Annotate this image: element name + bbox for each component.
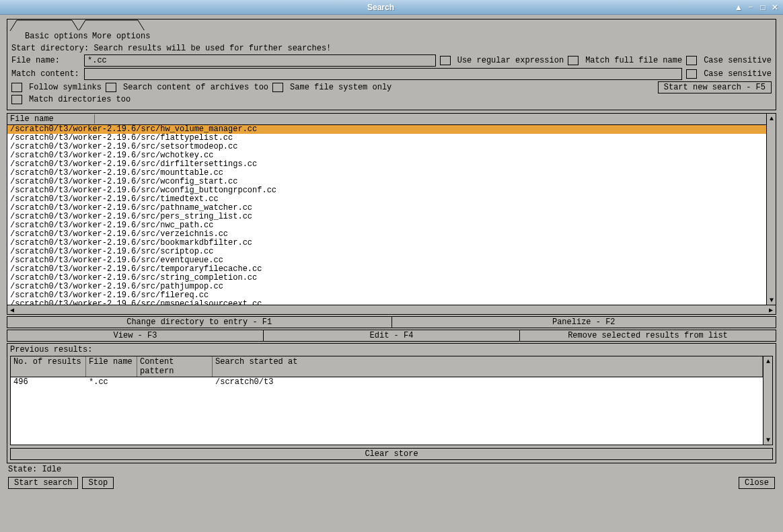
scroll-up-icon[interactable]: ▲ bbox=[763, 356, 773, 366]
tab-basic-options[interactable]: Basic options bbox=[21, 30, 92, 42]
scroll-left-icon[interactable]: ◀ bbox=[7, 305, 17, 315]
scroll-track-h[interactable] bbox=[17, 305, 766, 314]
results-rows[interactable]: /scratch0/t3/worker-2.19.6/src/hw_volume… bbox=[7, 125, 766, 305]
results-list: File name /scratch0/t3/worker-2.19.6/src… bbox=[7, 113, 776, 315]
previous-results-body[interactable]: 496 *.cc /scratch0/t3 bbox=[11, 377, 763, 445]
match-full-checkbox[interactable] bbox=[568, 56, 579, 65]
follow-symlinks-label: Follow symlinks bbox=[29, 83, 102, 92]
results-scrollbar-vertical[interactable]: ▲ ▼ bbox=[766, 114, 776, 305]
scroll-up-icon[interactable]: ▲ bbox=[767, 114, 776, 123]
minimize-icon[interactable]: － bbox=[745, 3, 756, 12]
previous-result-row[interactable]: 496 *.cc /scratch0/t3 bbox=[11, 377, 763, 387]
match-full-label: Match full file name bbox=[585, 56, 682, 65]
prev-row-fname: *.cc bbox=[89, 377, 140, 387]
remove-selected-button[interactable]: Remove selected results from list bbox=[520, 330, 776, 342]
prev-row-started: /scratch0/t3 bbox=[215, 377, 760, 387]
start-new-search-button[interactable]: Start new search - F5 bbox=[658, 81, 772, 93]
scroll-down-icon[interactable]: ▼ bbox=[767, 295, 776, 305]
search-archives-label: Search content of archives too bbox=[123, 83, 268, 92]
tab-more-label: More options bbox=[92, 32, 150, 41]
results-scrollbar-horizontal[interactable]: ◀ ▶ bbox=[7, 305, 776, 314]
clear-store-button[interactable]: Clear store bbox=[10, 448, 773, 460]
previous-results-panel: Previous results: No. of results File na… bbox=[7, 343, 776, 463]
result-row[interactable]: /scratch0/t3/worker-2.19.6/src/nmspecial… bbox=[7, 300, 766, 305]
maximize-icon[interactable]: □ bbox=[757, 3, 768, 12]
scroll-down-icon[interactable]: ▼ bbox=[763, 435, 773, 445]
case-sensitive-content-checkbox[interactable] bbox=[686, 69, 697, 79]
options-panel: Basic options More options Start directo… bbox=[7, 19, 776, 110]
match-dirs-checkbox[interactable] bbox=[11, 95, 22, 104]
start-search-button[interactable]: Start search bbox=[8, 477, 78, 489]
scroll-track-v[interactable] bbox=[767, 123, 776, 295]
prev-col-num[interactable]: No. of results bbox=[11, 356, 86, 377]
edit-button[interactable]: Edit - F4 bbox=[264, 330, 520, 342]
rollup-icon[interactable]: ▲ bbox=[733, 3, 744, 12]
prev-row-content bbox=[140, 377, 215, 387]
match-content-label: Match content: bbox=[11, 69, 80, 79]
previous-results-title: Previous results: bbox=[10, 345, 773, 354]
results-header-filename[interactable]: File name bbox=[10, 114, 95, 124]
use-regex-label: Use regular expression bbox=[457, 56, 564, 65]
titlebar: Search ▲ － □ ✕ bbox=[0, 0, 783, 15]
change-directory-button[interactable]: Change directory to entry - F1 bbox=[7, 316, 392, 328]
view-button[interactable]: View - F3 bbox=[7, 330, 264, 342]
match-content-input[interactable] bbox=[84, 68, 682, 80]
match-dirs-label: Match directories too bbox=[29, 95, 130, 104]
prev-scrollbar-vertical[interactable]: ▲ ▼ bbox=[763, 356, 772, 445]
prev-col-fname[interactable]: File name bbox=[86, 356, 137, 377]
close-icon[interactable]: ✕ bbox=[770, 3, 780, 12]
stop-button[interactable]: Stop bbox=[82, 477, 114, 489]
case-sensitive-name-label: Case sensitive bbox=[704, 56, 772, 65]
panelize-button[interactable]: Panelize - F2 bbox=[392, 316, 777, 328]
previous-results-table: No. of results File name Content pattern… bbox=[10, 356, 773, 445]
file-name-label: File name: bbox=[11, 56, 80, 65]
search-archives-checkbox[interactable] bbox=[106, 83, 116, 92]
tab-more-options[interactable]: More options bbox=[88, 30, 154, 42]
same-fs-checkbox[interactable] bbox=[272, 83, 283, 92]
scroll-right-icon[interactable]: ▶ bbox=[766, 305, 776, 315]
case-sensitive-name-checkbox[interactable] bbox=[686, 56, 697, 65]
window-title: Search bbox=[30, 3, 732, 12]
case-sensitive-content-label: Case sensitive bbox=[704, 69, 772, 79]
prev-col-started[interactable]: Search started at bbox=[213, 356, 763, 377]
prev-col-content[interactable]: Content pattern bbox=[137, 356, 213, 377]
same-fs-label: Same file system only bbox=[290, 83, 392, 92]
prev-row-num: 496 bbox=[13, 377, 89, 387]
file-name-input[interactable] bbox=[84, 54, 436, 67]
start-dir-message: Start directory: Search results will be … bbox=[11, 44, 331, 53]
tab-basic-label: Basic options bbox=[25, 32, 88, 41]
follow-symlinks-checkbox[interactable] bbox=[11, 83, 22, 92]
close-button[interactable]: Close bbox=[739, 477, 775, 489]
state-label: State: Idle bbox=[7, 463, 776, 476]
use-regex-checkbox[interactable] bbox=[440, 56, 451, 65]
